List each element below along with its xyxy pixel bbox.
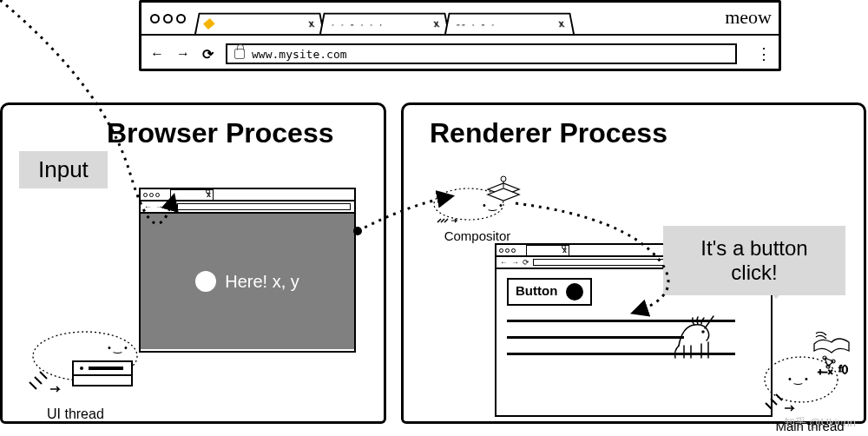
tab-strip: x · · - · · · x -- · - · x meow bbox=[141, 3, 779, 36]
url-text: www.mysite.com bbox=[252, 48, 347, 61]
window-controls[interactable] bbox=[150, 14, 186, 23]
unicorn-illustration bbox=[668, 306, 720, 361]
ui-thread-icon: • ‿ • bbox=[24, 321, 163, 400]
svg-text:+−×: +−× bbox=[818, 367, 833, 377]
close-icon[interactable]: x bbox=[433, 18, 443, 30]
ui-thread-label: UI thread bbox=[47, 406, 104, 422]
tab-2[interactable]: · · - · · · x bbox=[319, 13, 450, 34]
speech-bubble: It's a button click! bbox=[663, 226, 845, 295]
button-label: Button bbox=[516, 283, 557, 298]
hit-point-icon bbox=[195, 271, 216, 292]
forward-icon[interactable]: → bbox=[176, 46, 190, 62]
browser-chrome-window: x · · - · · · x -- · - · x meow ← → ⟳ ww… bbox=[139, 0, 781, 71]
input-event-label: Input bbox=[19, 151, 108, 188]
tab-1[interactable]: x bbox=[194, 13, 325, 34]
menu-icon[interactable]: ⋮ bbox=[756, 44, 770, 63]
svg-text:f(): f() bbox=[838, 363, 848, 374]
brand-label: meow bbox=[725, 6, 772, 29]
svg-text:• ‿ •: • ‿ • bbox=[483, 200, 503, 211]
hit-test-window: x ←→⟳ Here! x, y bbox=[139, 188, 356, 353]
svg-point-9 bbox=[80, 367, 83, 370]
address-bar[interactable]: www.mysite.com bbox=[226, 43, 737, 64]
toolbar: ← → ⟳ www.mysite.com ⋮ bbox=[141, 36, 779, 72]
compositor-thread: • ‿ • Compositor bbox=[425, 174, 529, 243]
ui-thread: • ‿ • bbox=[24, 321, 163, 403]
main-thread: • ‿ • f() +−× Main thread bbox=[762, 332, 858, 433]
tab-label: -- · - · bbox=[456, 18, 496, 30]
svg-point-4 bbox=[702, 331, 704, 333]
svg-text:• ‿ •: • ‿ • bbox=[788, 373, 808, 385]
close-icon[interactable]: x bbox=[558, 18, 568, 30]
main-thread-icon: • ‿ • f() +−× bbox=[762, 332, 858, 419]
svg-rect-8 bbox=[73, 375, 132, 386]
svg-text:• ‿ •: • ‿ • bbox=[108, 342, 128, 353]
reload-icon[interactable]: ⟳ bbox=[202, 46, 214, 63]
tab-label: · · - · · · bbox=[331, 18, 385, 30]
svg-rect-10 bbox=[89, 367, 123, 370]
panel-title: Renderer Process bbox=[430, 117, 667, 149]
page-button[interactable]: Button bbox=[507, 278, 592, 306]
lock-icon bbox=[234, 49, 245, 59]
compositor-label: Compositor bbox=[425, 228, 529, 243]
hit-coordinates-label: Here! x, y bbox=[225, 272, 299, 292]
click-point-icon bbox=[566, 283, 583, 301]
svg-point-2 bbox=[501, 176, 506, 182]
tab-3[interactable]: -- · - · x bbox=[444, 13, 575, 34]
panel-title: Browser Process bbox=[107, 117, 333, 149]
back-icon[interactable]: ← bbox=[150, 46, 164, 62]
main-thread-label: Main thread bbox=[762, 419, 858, 433]
close-icon[interactable]: x bbox=[308, 18, 318, 30]
compositor-icon: • ‿ • bbox=[425, 174, 529, 226]
